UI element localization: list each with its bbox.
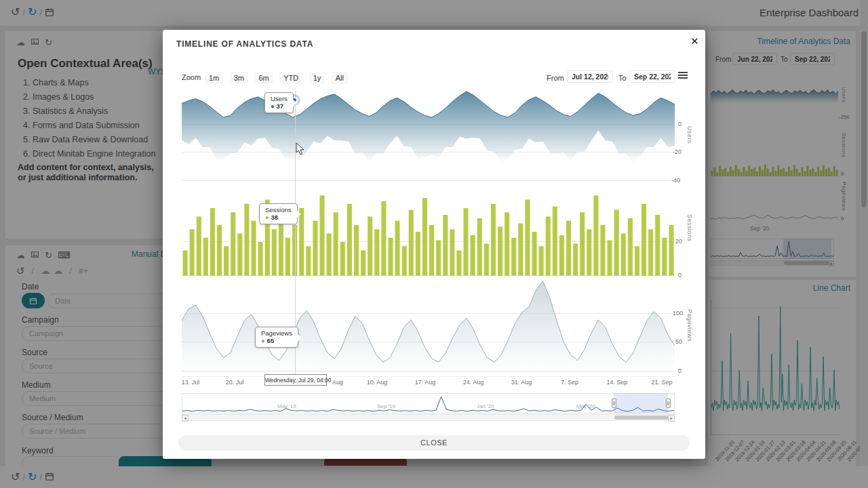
from-label: From [547,74,564,82]
pageviews-tooltip: Pageviews ● 65 [255,327,298,348]
sessions-tooltip: Sessions ● 38 [259,203,298,224]
series-dot: ● [261,337,265,344]
series-dot: ● [265,214,269,221]
pageviews-tick: 0 [678,367,682,374]
tooltip-series: Users [271,95,288,102]
sessions-chart[interactable] [182,191,675,276]
x-tick-label: 10. Aug [367,379,388,386]
users-tick: -40 [671,177,680,184]
navigator-right-handle[interactable] [666,399,671,408]
users-chart[interactable] [182,89,675,182]
crosshair-date-label: Wednesday, Jul 29, 04:00 [264,374,327,386]
tooltip-value: 38 [271,214,278,221]
zoom-ytd-button[interactable]: YTD [279,72,302,84]
chart-menu-icon[interactable] [678,72,688,80]
users-tick: 0 [678,121,682,127]
navigator-left-handle[interactable] [612,399,616,408]
zoom-label: Zoom [182,73,201,81]
close-icon[interactable]: ✕ [690,35,699,47]
users-tick: -20 [673,148,682,155]
tooltip-value: 37 [276,102,283,110]
to-date-input[interactable] [629,70,675,83]
series-dot: ● [271,102,275,110]
scroll-right-arrow[interactable]: ▸ [668,415,675,422]
navigator[interactable]: May '19 Sep '19 Jan '20 May '20 [182,393,675,413]
pageviews-chart[interactable] [182,279,675,371]
sessions-axis-title: Sessions [686,214,693,242]
zoom-all-button[interactable]: All [332,72,348,84]
zoom-1y-button[interactable]: 1y [309,72,326,84]
navigator-selection[interactable] [614,393,668,413]
pageviews-tick: 100 [673,310,683,317]
x-tick-label: 31. Aug [511,379,532,386]
zoom-3m-button[interactable]: 3m [230,72,248,84]
users-tooltip: Users ● 37 [264,92,294,113]
tooltip-series: Pageviews [261,329,292,337]
pageviews-axis-title: Pageviews [686,309,693,342]
sessions-tick: 0 [678,272,682,279]
x-tick-label: 14. Sep [606,379,627,386]
to-label: To [618,74,627,82]
modal-title: TIMELINE OF ANALYTICS DATA [176,39,313,49]
navigator-scrollbar-thumb[interactable] [614,415,669,420]
x-tick-label: 24. Aug [463,379,484,386]
mouse-cursor [296,142,304,155]
navigator-scrollbar-track[interactable]: ◂ ▸ [182,414,675,421]
timeline-modal: TIMELINE OF ANALYTICS DATA ✕ Zoom 1m 3m … [163,30,705,459]
x-tick-label: Aug [332,379,343,386]
x-tick-label: 7. Sep [561,379,578,386]
scroll-left-arrow[interactable]: ◂ [182,415,189,422]
x-axis: 13. Jul 20. Jul Aug 10. Aug 17. Aug 24. … [182,376,675,387]
users-axis-title: Users [686,126,693,144]
x-tick-label: 13. Jul [182,379,200,386]
pageviews-tick: 50 [675,338,682,345]
x-tick-label: 21. Sep [651,379,672,386]
close-button[interactable]: CLOSE [178,435,690,451]
tooltip-value: 65 [267,337,274,344]
x-tick-label: 20. Jul [226,379,244,386]
sessions-tick: 20 [675,238,682,245]
from-date-input[interactable] [567,70,613,83]
zoom-1m-button[interactable]: 1m [205,72,223,84]
x-tick-label: 17. Aug [415,379,436,386]
tooltip-series: Sessions [265,206,292,214]
zoom-6m-button[interactable]: 6m [254,72,273,84]
